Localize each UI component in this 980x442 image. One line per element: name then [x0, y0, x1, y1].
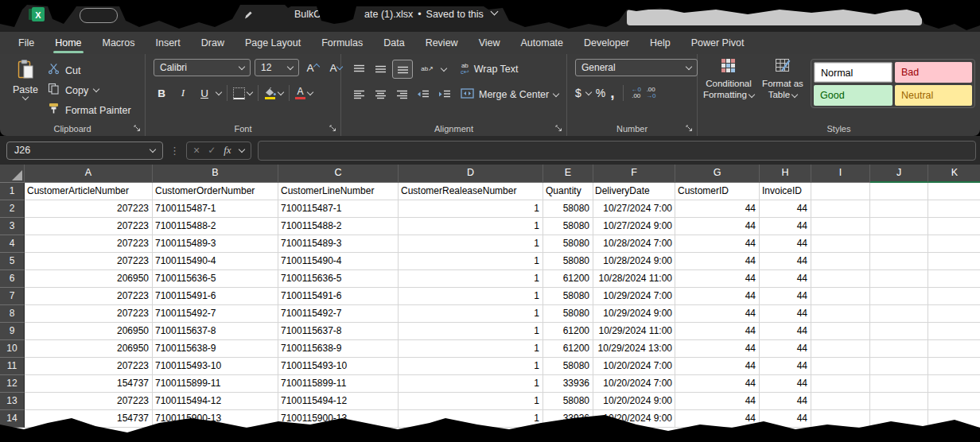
cell-I11[interactable]: [811, 358, 870, 375]
col-header-h[interactable]: H: [760, 165, 811, 183]
cell-H5[interactable]: 44: [760, 253, 811, 270]
cell-J2[interactable]: [870, 200, 928, 218]
autosave-toggle[interactable]: [80, 8, 118, 23]
cell-D6[interactable]: 1: [399, 270, 543, 288]
cell-D7[interactable]: 1: [399, 288, 543, 305]
tab-page-layout[interactable]: Page Layout: [235, 32, 311, 54]
cell-B6[interactable]: 7100115636-5: [153, 270, 278, 288]
cell-H4[interactable]: 44: [760, 235, 811, 253]
cell-J1[interactable]: [870, 183, 928, 200]
chevron-down-icon[interactable]: [553, 90, 559, 96]
cell-D11[interactable]: 1: [399, 358, 543, 375]
cell-C2[interactable]: 7100115487-1: [278, 200, 399, 218]
decrease-indent-button[interactable]: [414, 86, 433, 103]
cell-K4[interactable]: [928, 235, 980, 253]
cell-A5[interactable]: 207223: [25, 253, 153, 270]
cell-J7[interactable]: [870, 288, 928, 305]
cell-C7[interactable]: 7100115491-6: [278, 288, 399, 305]
fill-color-button[interactable]: [264, 87, 276, 99]
chevron-down-icon[interactable]: [93, 86, 99, 92]
row-header-13[interactable]: 13: [0, 393, 25, 410]
cell-D2[interactable]: 1: [399, 200, 543, 218]
cell-E14[interactable]: 33936: [543, 410, 593, 428]
align-bottom-button[interactable]: [392, 60, 413, 79]
cell-K5[interactable]: [928, 253, 980, 270]
italic-button[interactable]: I: [173, 87, 192, 99]
cell-F14[interactable]: 10/20/2024 9:00: [593, 410, 675, 428]
cell-G10[interactable]: 44: [675, 340, 760, 358]
cell-G7[interactable]: 44: [675, 288, 760, 305]
row-header-9[interactable]: 9: [0, 323, 25, 340]
align-top-button[interactable]: [349, 60, 368, 78]
conditional-formatting-button[interactable]: Conditional Formatting: [701, 59, 756, 101]
cell-C13[interactable]: 7100115494-12: [278, 393, 399, 410]
cell-J9[interactable]: [870, 323, 928, 340]
cell-K11[interactable]: [928, 358, 980, 375]
row-header-14[interactable]: 14: [0, 410, 25, 428]
col-header-e[interactable]: E: [543, 165, 593, 183]
cell-K8[interactable]: [928, 305, 980, 323]
paste-button[interactable]: Paste: [6, 59, 45, 119]
cell-C11[interactable]: 7100115493-10: [278, 358, 399, 375]
tab-automate[interactable]: Automate: [511, 32, 574, 54]
font-size-combobox[interactable]: 12: [255, 59, 299, 76]
cell-F11[interactable]: 10/20/2024 7:00: [593, 358, 675, 375]
cell-H9[interactable]: 44: [760, 323, 811, 340]
chevron-down-icon[interactable]: [441, 64, 447, 71]
col-header-d[interactable]: D: [399, 165, 543, 183]
cell-B10[interactable]: 7100115638-9: [153, 340, 278, 358]
number-format-combobox[interactable]: General: [575, 59, 698, 76]
enter-button[interactable]: ✓: [208, 145, 216, 156]
cell-C5[interactable]: 7100115490-4: [278, 253, 399, 270]
cell-I8[interactable]: [811, 305, 870, 323]
tab-insert[interactable]: Insert: [145, 32, 190, 54]
cell-J5[interactable]: [870, 253, 928, 270]
cut-button[interactable]: Cut: [48, 60, 131, 80]
cell-H6[interactable]: 44: [760, 270, 811, 288]
cell-A12[interactable]: 154737: [25, 375, 153, 393]
cell-H12[interactable]: 44: [760, 375, 811, 393]
comma-style-button[interactable]: ,: [610, 84, 614, 102]
cell-F5[interactable]: 10/28/2024 9:00: [593, 253, 675, 270]
cell-D10[interactable]: 1: [399, 340, 543, 358]
cell-A2[interactable]: 207223: [25, 200, 153, 218]
font-name-combobox[interactable]: Calibri: [154, 59, 251, 76]
cell-B2[interactable]: 7100115487-1: [153, 200, 278, 218]
align-right-button[interactable]: [392, 86, 411, 103]
dialog-launcher-icon[interactable]: [134, 125, 141, 132]
row-header-10[interactable]: 10: [0, 340, 25, 358]
search-box[interactable]: [627, 10, 922, 25]
dialog-launcher-icon[interactable]: [555, 125, 562, 132]
align-left-button[interactable]: [349, 86, 368, 103]
cell-A13[interactable]: 207223: [25, 393, 153, 410]
cell-D1[interactable]: CustomerRealeaseNumber: [399, 183, 543, 200]
cell-F3[interactable]: 10/27/2024 9:00: [593, 218, 675, 235]
cell-B9[interactable]: 7100115637-8: [153, 323, 278, 340]
cell-K14[interactable]: [928, 410, 980, 428]
chevron-down-icon[interactable]: [247, 88, 253, 95]
cell-B7[interactable]: 7100115491-6: [153, 288, 278, 305]
cell-I4[interactable]: [811, 235, 870, 253]
cancel-button[interactable]: ×: [193, 144, 200, 157]
cell-J6[interactable]: [870, 270, 928, 288]
cell-G3[interactable]: 44: [675, 218, 760, 235]
style-good[interactable]: Good: [814, 85, 892, 106]
cell-I5[interactable]: [811, 253, 870, 270]
row-header-3[interactable]: 3: [0, 218, 25, 235]
tab-power-pivot[interactable]: Power Pivot: [681, 32, 755, 54]
cell-E11[interactable]: 58080: [543, 358, 593, 375]
cell-D3[interactable]: 1: [399, 218, 543, 235]
cell-G9[interactable]: 44: [675, 323, 760, 340]
align-middle-button[interactable]: [371, 60, 390, 78]
cell-J8[interactable]: [870, 305, 928, 323]
cell-G2[interactable]: 44: [675, 200, 760, 218]
wrap-text-button[interactable]: ab c↩ Wrap Text: [461, 59, 558, 79]
name-box[interactable]: J26: [6, 142, 163, 160]
cell-E8[interactable]: 58080: [543, 305, 593, 323]
cell-G11[interactable]: 44: [675, 358, 760, 375]
cell-F8[interactable]: 10/29/2024 9:00: [593, 305, 675, 323]
format-painter-button[interactable]: Format Painter: [48, 100, 131, 120]
cell-J12[interactable]: [870, 375, 928, 393]
cell-C10[interactable]: 7100115638-9: [278, 340, 399, 358]
chevron-down-icon[interactable]: [585, 88, 592, 95]
